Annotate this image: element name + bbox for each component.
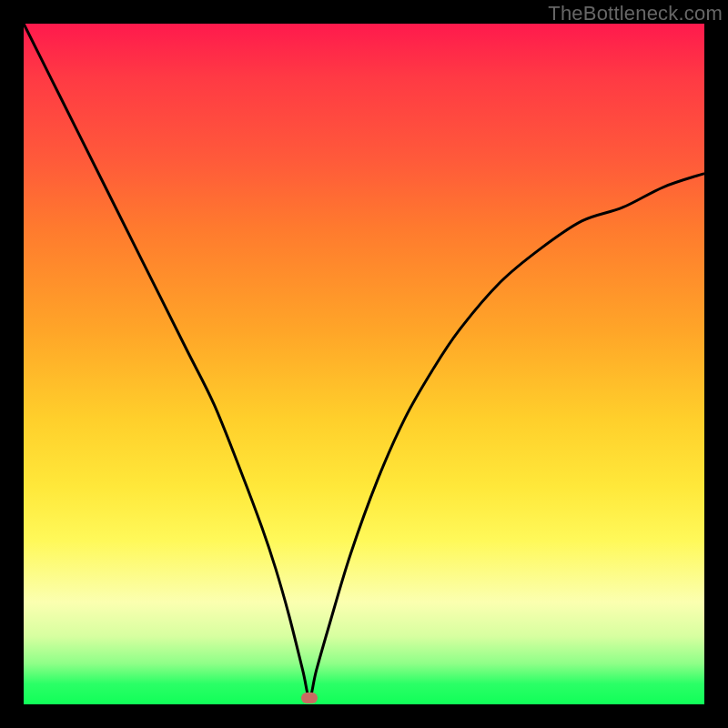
- chart-frame: TheBottleneck.com: [0, 0, 728, 728]
- attribution-text: TheBottleneck.com: [548, 2, 723, 25]
- plot-area: [24, 24, 704, 704]
- bottleneck-curve: [24, 24, 704, 704]
- result-marker: [301, 693, 318, 703]
- curve-path: [24, 24, 704, 698]
